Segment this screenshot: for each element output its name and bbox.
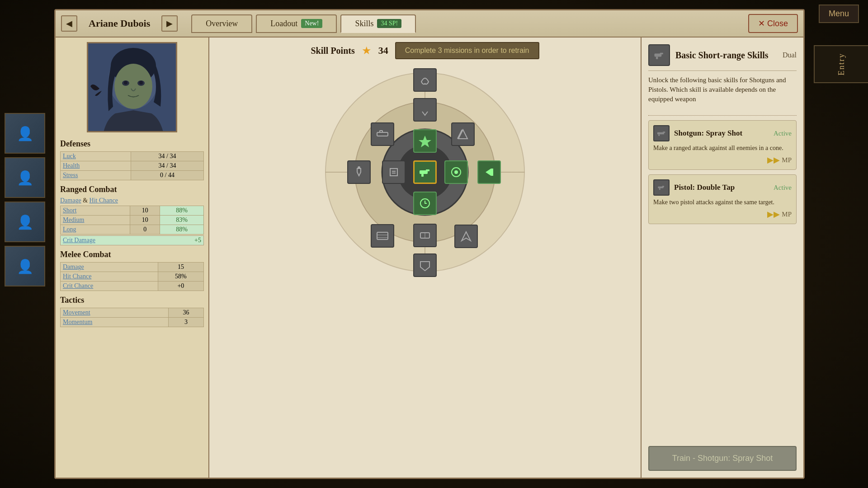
entry-panel[interactable]: Entry: [814, 45, 868, 83]
ranged-and: &: [83, 197, 89, 204]
sub-skill-shotgun-name: Shotgun: Spray Shot: [674, 129, 769, 138]
health-value: 34 / 34: [131, 161, 203, 171]
close-button[interactable]: ✕ Close: [748, 14, 798, 33]
next-character-button[interactable]: ▶: [161, 15, 178, 32]
ranged-short-label[interactable]: Short: [61, 206, 130, 216]
defenses-title: Defenses: [60, 139, 204, 149]
svg-rect-35: [377, 132, 388, 136]
train-button[interactable]: Train - Shotgun: Spray Shot: [648, 446, 797, 471]
tab-overview[interactable]: Overview: [191, 14, 252, 33]
svg-point-7: [139, 81, 143, 84]
skill-icon-mid-bot-left[interactable]: [371, 224, 394, 248]
sub-skill-pistol: Pistol: Double Tap Active Make two pisto…: [648, 174, 797, 224]
sub-skill-shotgun-icon: [653, 125, 670, 141]
skill-detail-type: Dual: [783, 51, 797, 59]
skill-detail-header: Basic Short-range Skills Dual: [648, 44, 797, 71]
skill-icon-inner-left[interactable]: [382, 160, 406, 184]
svg-point-25: [454, 170, 458, 174]
sub-skill-pistol-header: Pistol: Double Tap Active: [653, 179, 792, 196]
tab-loadout[interactable]: Loadout New!: [256, 14, 337, 33]
tab-loadout-badge: New!: [301, 19, 322, 28]
skill-icon-inner-bottom[interactable]: [413, 192, 437, 215]
portrait-image: [88, 43, 176, 131]
movement-value: 36: [168, 308, 203, 318]
skill-icon-mid-bot-right[interactable]: [454, 225, 478, 248]
sub-skill-pistol-cost-label: MP: [782, 211, 792, 218]
skill-icon-center-selected[interactable]: [413, 160, 437, 184]
skill-icon-inner-top[interactable]: [413, 129, 437, 153]
skill-icon-mid-top-right[interactable]: [451, 122, 475, 146]
skill-icon-mid-left[interactable]: [347, 160, 371, 184]
sub-skill-shotgun-active: Active: [774, 130, 792, 137]
left-panel: Defenses Luck 34 / 34 Health 34 / 34 Str…: [56, 38, 209, 478]
tab-skills-label: Skills: [355, 19, 373, 28]
right-panel: Basic Short-range Skills Dual Unlock the…: [641, 38, 803, 478]
skill-icon-out-bot[interactable]: [413, 253, 437, 277]
luck-label[interactable]: Luck: [61, 152, 131, 161]
ranged-hitchance-link[interactable]: Hit Chance: [90, 197, 118, 204]
melee-critchance-label[interactable]: Crit Chance: [61, 282, 158, 291]
char-avatar-3[interactable]: 👤: [5, 202, 45, 242]
ranged-short-hit: 88%: [160, 206, 204, 216]
char-avatar-1[interactable]: 👤: [5, 113, 45, 154]
skill-divider: [648, 115, 797, 116]
svg-rect-36: [380, 131, 382, 132]
skill-icon-out-top[interactable]: [413, 68, 437, 92]
skill-points-count: 34: [378, 45, 388, 56]
skill-points-bar: Skill Points ★ 34 Complete 3 missions in…: [311, 42, 539, 59]
ranged-long-row: Long 0 88%: [61, 225, 204, 235]
momentum-label[interactable]: Momentum: [61, 318, 169, 327]
skill-wheel: [316, 64, 533, 281]
retrain-button[interactable]: Complete 3 missions in order to retrain: [395, 42, 539, 59]
melee-damage-row: Damage 15: [61, 263, 204, 272]
svg-rect-38: [660, 53, 663, 55]
ranged-combat-section: Ranged Combat Damage & Hit Chance Short …: [60, 185, 204, 245]
ranged-long-hit: 88%: [160, 225, 204, 235]
skill-detail-title: Basic Short-range Skills: [675, 50, 777, 61]
svg-rect-28: [491, 169, 493, 176]
skill-detail-icon: [648, 44, 670, 66]
char-avatar-3-image: 👤: [5, 202, 44, 241]
ranged-stats-table: Short 10 88% Medium 10 83% Long 0 88%: [60, 206, 204, 235]
crit-damage-value: +5: [194, 237, 201, 244]
menu-button[interactable]: Menu: [819, 5, 859, 23]
character-portrait: [87, 42, 177, 132]
sub-skill-pistol-name: Pistol: Double Tap: [674, 183, 769, 192]
skill-points-star-icon: ★: [362, 44, 372, 57]
sub-skill-pistol-active: Active: [774, 184, 792, 192]
skill-icon-mid-bot[interactable]: [413, 224, 437, 247]
skill-icon-inner-right[interactable]: [444, 160, 468, 184]
ranged-medium-label[interactable]: Medium: [61, 216, 130, 225]
ranged-long-label[interactable]: Long: [61, 225, 130, 235]
momentum-row: Momentum 3: [61, 318, 204, 327]
prev-character-button[interactable]: ◀: [61, 15, 77, 32]
tab-skills[interactable]: Skills 34 SP!: [340, 14, 416, 33]
crit-damage-label[interactable]: Crit Damage: [63, 237, 95, 244]
char-avatar-2[interactable]: 👤: [5, 157, 45, 198]
melee-damage-label[interactable]: Damage: [61, 263, 158, 272]
skill-icon-mid-top-left[interactable]: [371, 122, 394, 146]
ranged-medium-row: Medium 10 83%: [61, 216, 204, 225]
skill-icon-mid-top[interactable]: [413, 98, 437, 122]
momentum-value: 3: [168, 318, 203, 327]
sub-skill-shotgun-header: Shotgun: Spray Shot Active: [653, 125, 792, 141]
ranged-combat-title: Ranged Combat: [60, 185, 204, 194]
movement-label[interactable]: Movement: [61, 308, 169, 318]
svg-rect-23: [421, 174, 424, 177]
melee-hitchance-label[interactable]: Hit Chance: [61, 272, 158, 282]
stress-label[interactable]: Stress: [61, 171, 131, 180]
tab-loadout-label: Loadout: [270, 19, 297, 28]
defense-health-row: Health 34 / 34: [61, 161, 204, 171]
tactics-table: Movement 36 Momentum 3: [60, 308, 204, 327]
svg-point-34: [358, 166, 360, 169]
stress-value: 0 / 44: [131, 171, 203, 180]
skill-icon-mid-right[interactable]: [477, 160, 501, 184]
tactics-section: Tactics Movement 36 Momentum 3: [60, 296, 204, 327]
character-name: Ariane Dubois: [82, 18, 157, 29]
char-avatar-4[interactable]: 👤: [5, 246, 45, 286]
ranged-medium-hit: 83%: [160, 216, 204, 225]
health-label[interactable]: Health: [61, 161, 131, 171]
entry-label: Entry: [837, 53, 846, 75]
ranged-damage-link[interactable]: Damage: [60, 197, 81, 204]
movement-row: Movement 36: [61, 308, 204, 318]
